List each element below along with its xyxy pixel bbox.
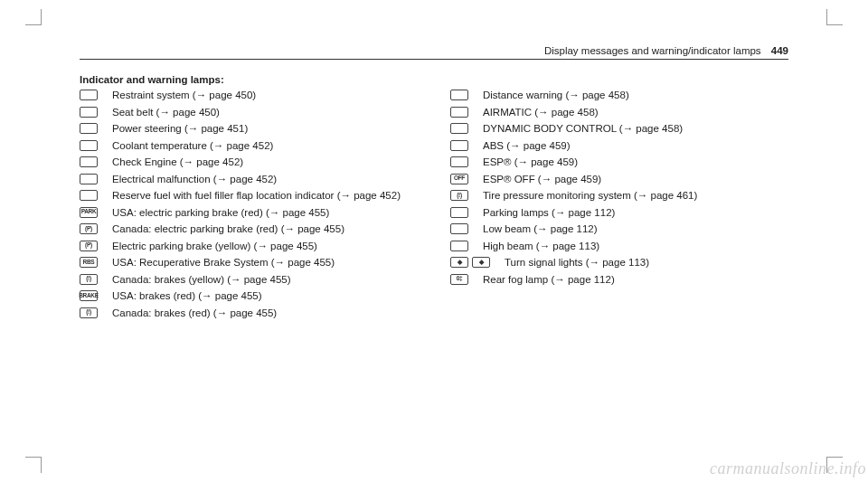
item-text: DYNAMIC BODY CONTROL (→ page 458) [483,122,788,137]
list-item: Power steering (→ page 451) [80,122,418,137]
dynamic-body-control-icon [450,123,468,134]
electrical-malfunction-icon [80,174,98,184]
seatbelt-icon [80,107,98,118]
rbs-icon: RBS [80,257,98,268]
list-item: Coolant temperature (→ page 452) [80,139,418,154]
brakes-red-canada-icon: (!) [80,307,98,318]
list-item: BRAKE USA: brakes (red) (→ page 455) [80,289,418,304]
turn-signal-icon: ◆ ◆ [450,256,490,268]
header-title: Display messages and warning/indicator l… [544,45,761,56]
item-text: Parking lamps (→ page 112) [483,206,788,221]
airmatic-icon [450,107,468,118]
item-text: ESP® (→ page 459) [483,156,788,170]
item-text: Turn signal lights (→ page 113) [505,256,788,270]
item-text: Electrical malfunction (→ page 452) [112,173,418,187]
list-item: (P) Electric parking brake (yellow) (→ p… [80,240,418,254]
item-text: Reserve fuel with fuel filler flap locat… [112,189,418,203]
item-text: Seat belt (→ page 450) [112,106,418,120]
list-item: Seat belt (→ page 450) [80,106,418,120]
item-text: ESP® OFF (→ page 459) [483,173,788,187]
esp-icon [450,156,468,167]
item-text: High beam (→ page 113) [483,240,788,254]
section-title: Indicator and warning lamps: [80,74,788,85]
parking-brake-canada-icon: (P) [80,223,98,234]
list-item: PARK USA: electric parking brake (red) (… [80,206,418,221]
column-right: Distance warning (→ page 458) AIRMATIC (… [450,89,788,323]
parking-brake-yellow-icon: (P) [80,241,98,251]
page-number: 449 [771,45,788,56]
list-item: DYNAMIC BODY CONTROL (→ page 458) [450,122,788,137]
abs-icon [450,140,468,151]
list-item: 0‡ Rear fog lamp (→ page 112) [450,273,788,288]
list-item: Reserve fuel with fuel filler flap locat… [80,189,418,203]
item-text: Restraint system (→ page 450) [112,89,418,103]
list-item: Low beam (→ page 112) [450,222,788,237]
list-item: RBS USA: Recuperative Brake System (→ pa… [80,256,418,270]
item-text: Rear fog lamp (→ page 112) [483,273,788,288]
check-engine-icon [80,156,98,167]
item-text: Electric parking brake (yellow) (→ page … [112,240,418,254]
list-item: High beam (→ page 113) [450,240,788,254]
list-item: ◆ ◆ Turn signal lights (→ page 113) [450,256,788,270]
item-text: Canada: electric parking brake (red) (→ … [112,222,418,237]
brakes-yellow-canada-icon: (!) [80,274,98,285]
list-item: AIRMATIC (→ page 458) [450,106,788,120]
item-text: Distance warning (→ page 458) [483,89,788,103]
list-item: ABS (→ page 459) [450,139,788,154]
list-item: Distance warning (→ page 458) [450,89,788,103]
list-item: (!) Canada: brakes (yellow) (→ page 455) [80,273,418,288]
coolant-temp-icon [80,140,98,151]
list-item: OFF ESP® OFF (→ page 459) [450,173,788,187]
item-text: Canada: brakes (red) (→ page 455) [112,307,418,321]
item-text: Low beam (→ page 112) [483,222,788,237]
parking-lamps-icon [450,207,468,218]
low-beam-icon [450,223,468,234]
turn-left-icon: ◆ [450,257,468,268]
turn-right-icon: ◆ [472,257,490,268]
reserve-fuel-icon [80,190,98,201]
list-item: (!) Canada: brakes (red) (→ page 455) [80,307,418,321]
content-columns: Restraint system (→ page 450) Seat belt … [80,89,788,323]
item-text: USA: electric parking brake (red) (→ pag… [112,206,418,221]
item-text: ABS (→ page 459) [483,139,788,154]
watermark: carmanualsonline.info [710,459,866,478]
list-item: Restraint system (→ page 450) [80,89,418,103]
item-text: Coolant temperature (→ page 452) [112,139,418,154]
esp-off-icon: OFF [450,174,468,184]
item-text: USA: Recuperative Brake System (→ page 4… [112,256,418,270]
page-header: Display messages and warning/indicator l… [80,45,788,60]
column-left: Restraint system (→ page 450) Seat belt … [80,89,418,323]
rear-fog-lamp-icon: 0‡ [450,274,468,285]
tire-pressure-icon: (!) [450,190,468,201]
brake-usa-icon: BRAKE [80,290,98,301]
item-text: Power steering (→ page 451) [112,122,418,137]
item-text: Canada: brakes (yellow) (→ page 455) [112,273,418,288]
list-item: (P) Canada: electric parking brake (red)… [80,222,418,237]
item-text: USA: brakes (red) (→ page 455) [112,289,418,304]
distance-warning-icon [450,90,468,100]
item-text: AIRMATIC (→ page 458) [483,106,788,120]
list-item: Check Engine (→ page 452) [80,156,418,170]
list-item: Parking lamps (→ page 112) [450,206,788,221]
high-beam-icon [450,241,468,251]
item-text: Check Engine (→ page 452) [112,156,418,170]
list-item: (!) Tire pressure monitoring system (→ p… [450,189,788,203]
list-item: ESP® (→ page 459) [450,156,788,170]
power-steering-icon [80,123,98,134]
page: Display messages and warning/indicator l… [0,0,868,482]
restraint-system-icon [80,90,98,100]
item-text: Tire pressure monitoring system (→ page … [483,189,788,203]
park-icon: PARK [80,207,98,218]
list-item: Electrical malfunction (→ page 452) [80,173,418,187]
